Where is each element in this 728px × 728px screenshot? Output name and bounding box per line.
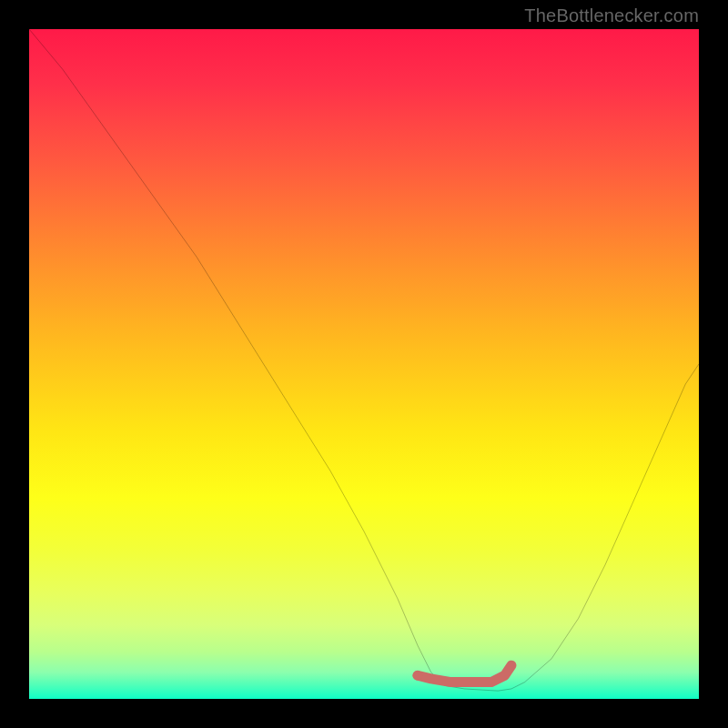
brand-label: TheBottlenecker.com bbox=[524, 5, 699, 26]
sweet-spot-marker-dot bbox=[413, 671, 422, 680]
sweet-spot-marker-line bbox=[418, 665, 511, 682]
chart-svg bbox=[29, 29, 699, 699]
bottleneck-curve-line bbox=[29, 29, 699, 691]
bottleneck-chart bbox=[29, 29, 699, 699]
